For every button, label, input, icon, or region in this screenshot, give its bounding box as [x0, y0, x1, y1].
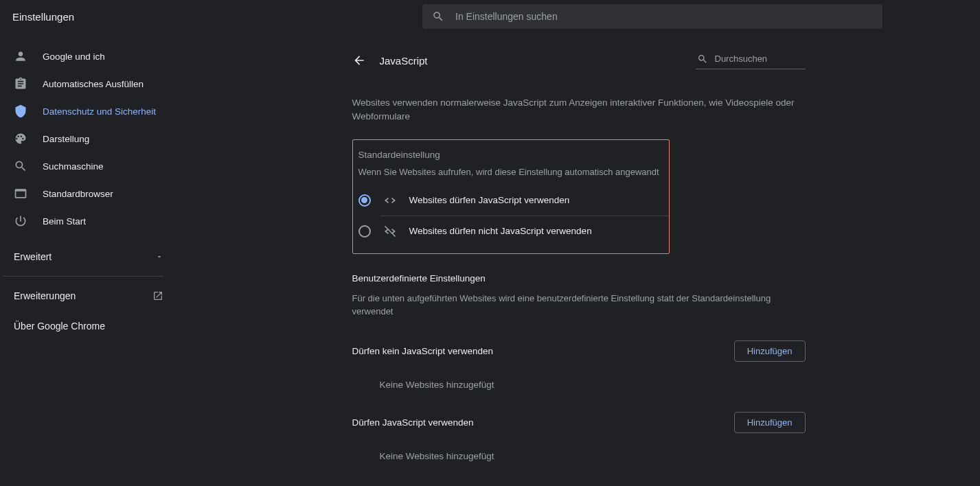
sidebar-item-about[interactable]: Über Google Chrome — [0, 312, 177, 340]
sidebar-advanced-label: Erweitert — [14, 251, 52, 262]
page-search-input[interactable] — [715, 54, 806, 64]
global-search-input[interactable] — [455, 11, 873, 22]
shield-icon — [14, 104, 27, 118]
sidebar-item-on-startup[interactable]: Beim Start — [0, 207, 177, 235]
block-list-section: Dürfen kein JavaScript verwenden Hinzufü… — [352, 340, 806, 390]
sidebar: Google und ich Automatisches Ausfüllen D… — [0, 33, 177, 486]
radio-label: Websites dürfen nicht JavaScript verwend… — [409, 226, 592, 236]
main-content: JavaScript Websites verwenden normalerwe… — [177, 33, 980, 486]
sidebar-item-search-engine[interactable]: Suchmaschine — [0, 152, 177, 180]
section-heading: Benutzerdefinierte Einstellungen — [352, 273, 806, 284]
default-behavior-section: Standardeinstellung Wenn Sie Websites au… — [352, 139, 670, 254]
radio-allow-js[interactable]: Websites dürfen JavaScript verwenden — [353, 185, 669, 216]
add-block-site-button[interactable]: Hinzufügen — [734, 340, 806, 362]
search-icon — [432, 10, 444, 23]
global-search[interactable] — [422, 4, 882, 29]
code-icon — [383, 194, 397, 207]
panel-header: JavaScript — [352, 45, 806, 76]
open-in-new-icon — [152, 290, 163, 301]
page-description: Websites verwenden normalerweise JavaScr… — [352, 96, 806, 124]
sidebar-item-label: Datenschutz und Sicherheit — [43, 106, 156, 117]
sidebar-item-default-browser[interactable]: Standardbrowser — [0, 180, 177, 207]
sidebar-item-label: Darstellung — [43, 134, 89, 144]
sidebar-item-label: Erweiterungen — [14, 290, 76, 301]
custom-behaviors-section: Benutzerdefinierte Einstellungen Für die… — [352, 273, 806, 319]
sidebar-item-label: Automatisches Ausfüllen — [43, 79, 144, 89]
list-title: Dürfen JavaScript verwenden — [352, 417, 474, 428]
radio-label: Websites dürfen JavaScript verwenden — [409, 195, 570, 205]
sidebar-item-privacy[interactable]: Datenschutz und Sicherheit — [0, 97, 177, 125]
chevron-down-icon — [155, 253, 163, 261]
search-icon — [14, 159, 27, 173]
list-title: Dürfen kein JavaScript verwenden — [352, 346, 494, 356]
sidebar-item-label: Suchmaschine — [43, 161, 104, 172]
radio-block-js[interactable]: Websites dürfen nicht JavaScript verwend… — [353, 216, 669, 246]
allow-list-section: Dürfen JavaScript verwenden Hinzufügen K… — [352, 412, 806, 461]
page-title: JavaScript — [380, 55, 428, 67]
radio-button-icon — [358, 225, 371, 238]
power-icon — [14, 214, 27, 228]
sidebar-item-label: Über Google Chrome — [14, 321, 105, 332]
section-heading: Standardeinstellung — [353, 150, 669, 160]
app-title: Einstellungen — [12, 11, 74, 23]
sidebar-item-appearance[interactable]: Darstellung — [0, 125, 177, 152]
back-arrow-icon[interactable] — [352, 54, 366, 67]
sidebar-item-label: Standardbrowser — [43, 189, 113, 199]
palette-icon — [14, 132, 27, 146]
radio-button-icon — [358, 194, 371, 207]
browser-icon — [14, 187, 27, 200]
settings-panel: JavaScript Websites verwenden normalerwe… — [352, 45, 806, 486]
sidebar-item-extensions[interactable]: Erweiterungen — [0, 279, 177, 312]
page-search[interactable] — [696, 52, 806, 69]
divider — [3, 276, 163, 277]
sidebar-item-autofill[interactable]: Automatisches Ausfüllen — [0, 70, 177, 97]
svg-line-0 — [385, 226, 395, 236]
search-icon — [697, 54, 708, 65]
code-off-icon — [383, 224, 397, 238]
person-icon — [14, 49, 27, 63]
clipboard-icon — [14, 77, 27, 91]
empty-list-text: Keine Websites hinzugefügt — [352, 362, 806, 390]
sidebar-item-label: Beim Start — [43, 216, 86, 227]
sidebar-advanced-toggle[interactable]: Erweitert — [0, 240, 177, 273]
sidebar-item-google[interactable]: Google und ich — [0, 43, 177, 70]
add-allow-site-button[interactable]: Hinzufügen — [734, 412, 806, 433]
sidebar-item-label: Google und ich — [43, 51, 105, 62]
section-subtext: Wenn Sie Websites aufrufen, wird diese E… — [353, 160, 669, 185]
section-subtext: Für die unten aufgeführten Websites wird… — [352, 292, 806, 319]
empty-list-text: Keine Websites hinzugefügt — [352, 433, 806, 461]
